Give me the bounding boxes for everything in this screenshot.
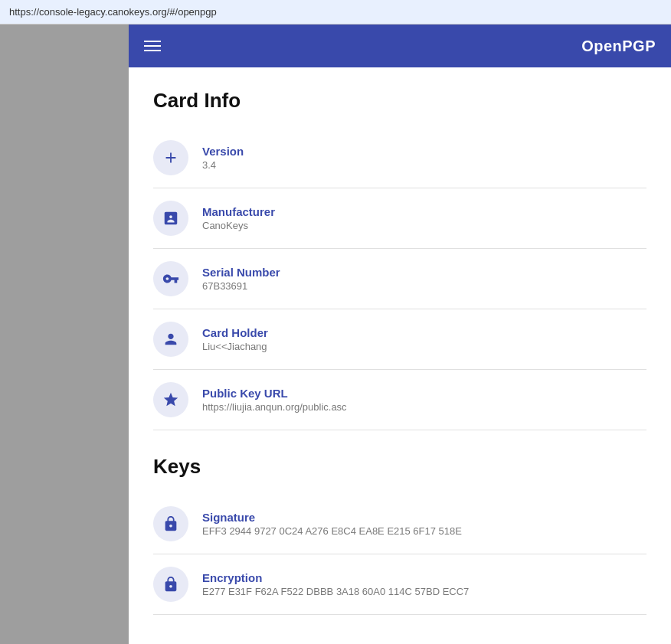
- sidebar: [0, 25, 129, 644]
- manufacturer-label: Manufacturer: [202, 205, 275, 218]
- list-item: Card Holder Liu<<Jiachang: [153, 309, 646, 370]
- content-area: Card Info Version 3.4: [129, 67, 671, 644]
- header-title: OpenPGP: [581, 38, 656, 55]
- main-content: OpenPGP Card Info Version: [129, 25, 671, 644]
- version-text: Version 3.4: [202, 145, 244, 171]
- manufacturer-value: CanoKeys: [202, 220, 275, 231]
- list-item: Signature EFF3 2944 9727 0C24 A276 E8C4 …: [153, 494, 646, 554]
- keys-title: Keys: [153, 455, 646, 479]
- signature-label: Signature: [202, 511, 462, 524]
- card-holder-icon: [153, 322, 188, 357]
- serial-number-text: Serial Number 67B33691: [202, 266, 280, 292]
- app-layout: OpenPGP Card Info Version: [0, 25, 671, 644]
- public-key-url-text: Public Key URL https://liujia.anqun.org/…: [202, 387, 347, 413]
- encryption-icon: [153, 567, 188, 602]
- card-holder-label: Card Holder: [202, 326, 268, 339]
- version-icon: [153, 140, 188, 175]
- public-key-url-icon: [153, 382, 188, 417]
- card-holder-text: Card Holder Liu<<Jiachang: [202, 326, 268, 352]
- encryption-text: Encryption E277 E31F F62A F522 DBBB 3A18…: [202, 571, 469, 597]
- keys-section: Keys Signature EFF3 2944 9727 0C24 A276 …: [153, 455, 646, 615]
- manufacturer-icon: [153, 201, 188, 236]
- browser-url: https://console-legacy.canokeys.org/#/op…: [9, 6, 217, 18]
- signature-value: EFF3 2944 9727 0C24 A276 E8C4 EA8E E215 …: [202, 525, 462, 537]
- hamburger-button[interactable]: [144, 41, 161, 51]
- header: OpenPGP: [129, 25, 671, 67]
- serial-number-value: 67B33691: [202, 280, 280, 292]
- browser-bar: https://console-legacy.canokeys.org/#/op…: [0, 0, 671, 25]
- card-info-title: Card Info: [153, 89, 646, 113]
- list-item: Encryption E277 E31F F62A F522 DBBB 3A18…: [153, 554, 646, 615]
- keys-list: Signature EFF3 2944 9727 0C24 A276 E8C4 …: [153, 494, 646, 615]
- list-item: Public Key URL https://liujia.anqun.org/…: [153, 370, 646, 430]
- version-value: 3.4: [202, 159, 244, 171]
- public-key-url-value: https://liujia.anqun.org/public.asc: [202, 401, 347, 413]
- list-item: Manufacturer CanoKeys: [153, 188, 646, 249]
- encryption-label: Encryption: [202, 571, 469, 584]
- card-holder-value: Liu<<Jiachang: [202, 341, 268, 352]
- public-key-url-label: Public Key URL: [202, 387, 347, 400]
- card-info-list: Version 3.4 Manufacturer: [153, 128, 646, 430]
- encryption-value: E277 E31F F62A F522 DBBB 3A18 60A0 114C …: [202, 586, 469, 597]
- signature-text: Signature EFF3 2944 9727 0C24 A276 E8C4 …: [202, 511, 462, 537]
- signature-icon: [153, 506, 188, 541]
- manufacturer-text: Manufacturer CanoKeys: [202, 205, 275, 231]
- list-item: Serial Number 67B33691: [153, 249, 646, 309]
- list-item: Version 3.4: [153, 128, 646, 188]
- serial-number-label: Serial Number: [202, 266, 280, 279]
- version-label: Version: [202, 145, 244, 158]
- card-info-section: Card Info Version 3.4: [153, 89, 646, 430]
- serial-number-icon: [153, 261, 188, 296]
